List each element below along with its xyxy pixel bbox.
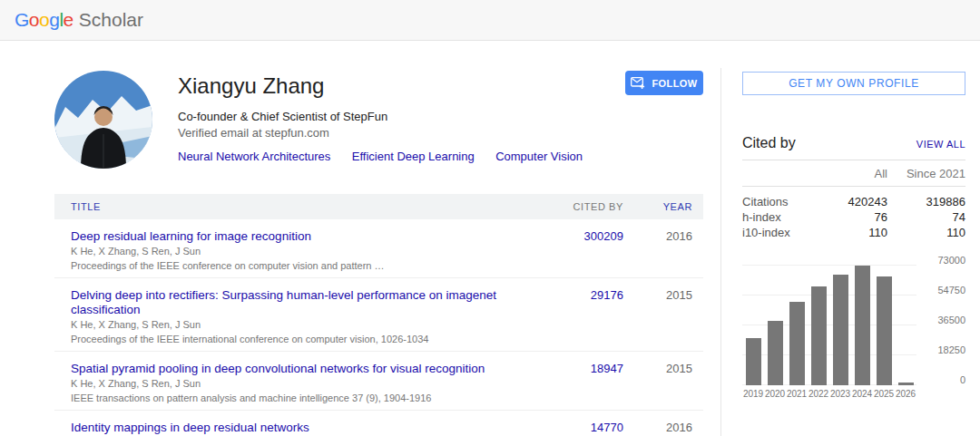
- chart-x-tick-label: 2026: [895, 389, 916, 399]
- column-since-2021: Since 2021: [887, 167, 965, 180]
- cited-by-section-header: Cited by VIEW ALL: [742, 135, 965, 160]
- interest-link-efficient-deep-learning[interactable]: Efficient Deep Learning: [352, 150, 475, 163]
- sidebar: GET MY OWN PROFILE Cited by VIEW ALL All…: [742, 41, 965, 436]
- profile-affiliation: Co-founder & Chief Scientist of StepFun: [178, 109, 625, 125]
- column-all: All: [824, 167, 887, 180]
- chart-bar-2019[interactable]: [746, 338, 761, 385]
- scholar-logo-suffix: Scholar: [79, 9, 143, 31]
- publication-authors: K He, X Zhang, S Ren, J Sun: [71, 246, 533, 258]
- profile-photo: [54, 71, 152, 169]
- citations-chart-plot: [742, 266, 916, 385]
- sort-by-title-header[interactable]: TITLE: [71, 201, 533, 212]
- stat-value-all: 110: [824, 225, 887, 240]
- stat-label: i10-index: [742, 225, 824, 240]
- chart-bar-2023[interactable]: [833, 275, 848, 385]
- table-row: Identity mappings in deep residual netwo…: [54, 411, 703, 436]
- verified-email: Verified email at stepfun.com: [178, 125, 625, 141]
- publication-year: 2016: [623, 229, 703, 272]
- chart-x-tick-label: 2022: [808, 389, 829, 399]
- chart-y-axis: 018250365005475073000: [916, 266, 965, 385]
- profile-photo-image: [54, 71, 152, 169]
- research-interests: Neural Network Architectures Efficient D…: [178, 148, 625, 164]
- cited-by-title: Cited by: [742, 135, 796, 151]
- cited-by-count-link[interactable]: 300209: [584, 229, 623, 243]
- publication-title-link[interactable]: Spatial pyramid pooling in deep convolut…: [71, 362, 533, 376]
- stat-value-since: 319886: [887, 194, 965, 209]
- logo-letter: o: [39, 9, 49, 30]
- chart-x-tick-label: 2020: [764, 389, 786, 399]
- google-scholar-logo[interactable]: Google Scholar: [15, 9, 143, 31]
- get-my-own-profile-button[interactable]: GET MY OWN PROFILE: [742, 72, 965, 95]
- chart-bar-2024[interactable]: [855, 266, 870, 385]
- stat-value-since: 110: [887, 225, 965, 240]
- page-content: Xiangyu Zhang Co-founder & Chief Scienti…: [0, 41, 980, 436]
- chart-x-tick-label: 2021: [786, 389, 808, 399]
- stat-value-all: 420243: [824, 194, 887, 209]
- publication-venue: IEEE transactions on pattern analysis an…: [71, 392, 533, 405]
- logo-letter: o: [29, 9, 39, 30]
- logo-letter: G: [15, 9, 29, 30]
- google-logo-word: Google: [15, 9, 74, 31]
- stat-label: Citations: [742, 194, 824, 209]
- follow-button-label: FOLLOW: [652, 78, 697, 89]
- table-row: Deep residual learning for image recogni…: [54, 219, 703, 278]
- cited-by-column-headers: All Since 2021: [742, 160, 965, 187]
- chart-x-axis: 20192020202120222023202420252026: [742, 389, 916, 399]
- sort-by-year-header[interactable]: YEAR: [623, 201, 703, 212]
- publication-venue: Proceedings of the IEEE international co…: [71, 334, 533, 346]
- cited-by-stats: Citations 420243 319886 h-index 76 74 i1…: [742, 187, 965, 240]
- publication-title-link[interactable]: Delving deep into rectifiers: Surpassing…: [71, 288, 533, 317]
- publication-year: 2015: [623, 362, 703, 404]
- publication-title-link[interactable]: Deep residual learning for image recogni…: [71, 229, 533, 244]
- chart-bar-2022[interactable]: [811, 286, 827, 385]
- chart-x-tick-label: 2019: [742, 389, 764, 399]
- chart-y-tick-label: 18250: [937, 344, 965, 355]
- chart-x-tick-label: 2023: [829, 389, 851, 399]
- publication-venue: Proceedings of the IEEE conference on co…: [71, 260, 533, 273]
- view-all-link[interactable]: VIEW ALL: [916, 139, 965, 150]
- follow-button[interactable]: FOLLOW: [625, 71, 703, 95]
- chart-y-tick-label: 73000: [937, 255, 965, 266]
- interest-link-neural-network-architectures[interactable]: Neural Network Architectures: [178, 150, 330, 163]
- top-bar: Google Scholar: [0, 0, 980, 41]
- chart-bar-2020[interactable]: [768, 321, 783, 385]
- vertical-divider: [720, 68, 721, 436]
- chart-x-tick-label: 2025: [873, 389, 895, 399]
- interest-link-computer-vision[interactable]: Computer Vision: [495, 150, 583, 163]
- publication-authors: K He, X Zhang, S Ren, J Sun: [71, 378, 533, 391]
- publications-table-header: TITLE CITED BY YEAR: [54, 194, 703, 219]
- table-row: Spatial pyramid pooling in deep convolut…: [54, 352, 703, 411]
- chart-bar-2021[interactable]: [789, 302, 805, 385]
- logo-letter: e: [64, 9, 74, 30]
- chart-bars: [742, 266, 916, 385]
- profile-header: Xiangyu Zhang Co-founder & Chief Scienti…: [54, 71, 703, 169]
- cited-by-count-link[interactable]: 18947: [591, 362, 623, 375]
- chart-x-tick-label: 2024: [851, 389, 873, 399]
- stat-value-since: 74: [887, 209, 965, 225]
- chart-bar-2025[interactable]: [877, 276, 892, 385]
- logo-letter: g: [49, 9, 59, 30]
- main-column: Xiangyu Zhang Co-founder & Chief Scienti…: [54, 41, 703, 436]
- stat-label: h-index: [742, 209, 824, 225]
- profile-info: Xiangyu Zhang Co-founder & Chief Scienti…: [178, 71, 625, 169]
- publication-year: 2015: [623, 288, 703, 345]
- chart-y-tick-label: 36500: [937, 315, 965, 325]
- publications-table: TITLE CITED BY YEAR Deep residual learni…: [54, 194, 703, 436]
- publication-year: 2016: [623, 421, 703, 436]
- chart-bar-2026[interactable]: [898, 383, 914, 385]
- envelope-plus-icon: [631, 77, 645, 90]
- table-row: Delving deep into rectifiers: Surpassing…: [54, 278, 703, 352]
- profile-name: Xiangyu Zhang: [178, 73, 625, 99]
- chart-y-tick-label: 54750: [937, 285, 965, 296]
- stat-value-all: 76: [824, 209, 887, 225]
- publication-authors: K He, X Zhang, S Ren, J Sun: [71, 319, 533, 332]
- cited-by-count-link[interactable]: 14770: [591, 421, 623, 434]
- sort-by-citations-header[interactable]: CITED BY: [533, 201, 623, 212]
- i10-index-row: i10-index 110 110: [742, 225, 965, 240]
- publication-title-link[interactable]: Identity mappings in deep residual netwo…: [71, 421, 533, 435]
- chart-y-tick-label: 0: [960, 374, 965, 385]
- citations-row: Citations 420243 319886: [742, 194, 965, 209]
- cited-by-count-link[interactable]: 29176: [591, 288, 623, 302]
- h-index-row: h-index 76 74: [742, 209, 965, 225]
- citations-per-year-chart: 20192020202120222023202420252026 0182503…: [742, 266, 965, 399]
